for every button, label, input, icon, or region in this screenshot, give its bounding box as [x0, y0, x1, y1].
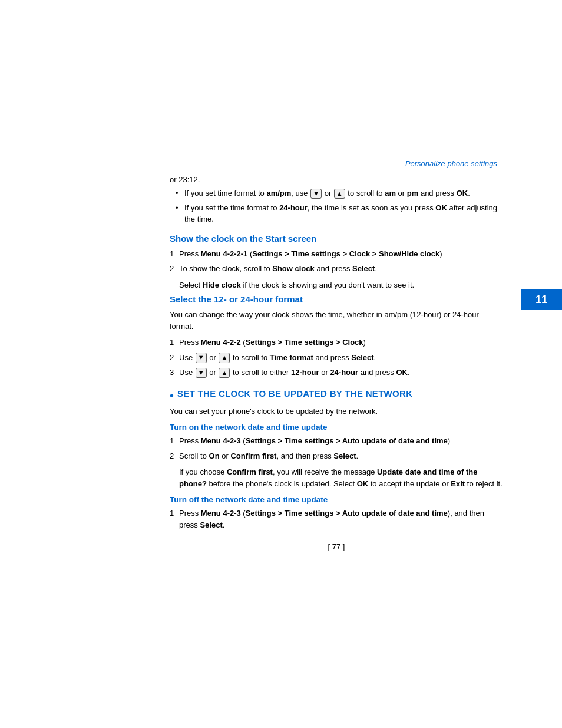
- select-format-step-3: 3 Use ▼ or ▲ to scroll to either 12-hour…: [170, 367, 503, 378]
- intro-bullets: If you set time format to am/pm, use ▼ o…: [176, 187, 503, 225]
- scroll-up-icon-3: ▲: [219, 368, 230, 378]
- scroll-down-icon-2: ▼: [196, 353, 207, 363]
- scroll-up-icon: ▲: [334, 189, 345, 199]
- network-update-heading-container: • SET THE CLOCK TO BE UPDATED BY THE NET…: [170, 388, 503, 403]
- scroll-down-icon-3: ▼: [196, 368, 207, 378]
- show-clock-heading: Show the clock on the Start screen: [170, 233, 503, 243]
- bullet-ampm: If you set time format to am/pm, use ▼ o…: [176, 187, 503, 199]
- intro-time-example: or 23:12.: [170, 175, 503, 184]
- select-format-heading: Select the 12- or 24-hour format: [170, 294, 503, 304]
- show-clock-steps: 1 Press Menu 4-2-2-1 (Settings > Time se…: [170, 248, 503, 275]
- network-update-intro: You can set your phone's clock to be upd…: [170, 406, 503, 417]
- page-header-title: Personalize phone settings: [170, 159, 497, 168]
- turn-off-step-1: 1 Press Menu 4-2-3 (Settings > Time sett…: [170, 508, 503, 531]
- content-area: Personalize phone settings or 23:12. If …: [170, 0, 503, 563]
- turn-on-indent: If you choose Confirm first, you will re…: [179, 466, 503, 489]
- turn-off-steps: 1 Press Menu 4-2-3 (Settings > Time sett…: [170, 508, 503, 531]
- chapter-tab: 11: [521, 289, 562, 310]
- turn-on-step-1: 1 Press Menu 4-2-3 (Settings > Time sett…: [170, 435, 503, 447]
- turn-on-heading: Turn on the network date and time update: [170, 423, 503, 431]
- bullet-24hour: If you set the time format to 24-hour, t…: [176, 202, 503, 225]
- page-number: [ 77 ]: [170, 542, 503, 563]
- select-format-step-2: 2 Use ▼ or ▲ to scroll to Time format an…: [170, 352, 503, 364]
- big-bullet-dot: •: [170, 388, 174, 403]
- chapter-number: 11: [535, 294, 547, 306]
- select-format-steps: 1 Press Menu 4-2-2 (Settings > Time sett…: [170, 337, 503, 378]
- show-clock-step-2: 2 To show the clock, scroll to Show cloc…: [170, 263, 503, 275]
- scroll-up-icon-2: ▲: [219, 353, 230, 363]
- network-update-heading: SET THE CLOCK TO BE UPDATED BY THE NETWO…: [177, 388, 412, 400]
- select-format-intro: You can change the way your clock shows …: [170, 309, 503, 332]
- turn-off-heading: Turn off the network date and time updat…: [170, 495, 503, 504]
- scroll-down-icon: ▼: [310, 189, 322, 199]
- turn-on-steps: 1 Press Menu 4-2-3 (Settings > Time sett…: [170, 435, 503, 462]
- select-format-step-1: 1 Press Menu 4-2-2 (Settings > Time sett…: [170, 337, 503, 348]
- show-clock-step-1: 1 Press Menu 4-2-2-1 (Settings > Time se…: [170, 248, 503, 260]
- turn-on-step-2: 2 Scroll to On or Confirm first, and the…: [170, 450, 503, 462]
- show-clock-indent: Select Hide clock if the clock is showin…: [179, 279, 503, 291]
- page-container: 11 Personalize phone settings or 23:12. …: [0, 0, 562, 728]
